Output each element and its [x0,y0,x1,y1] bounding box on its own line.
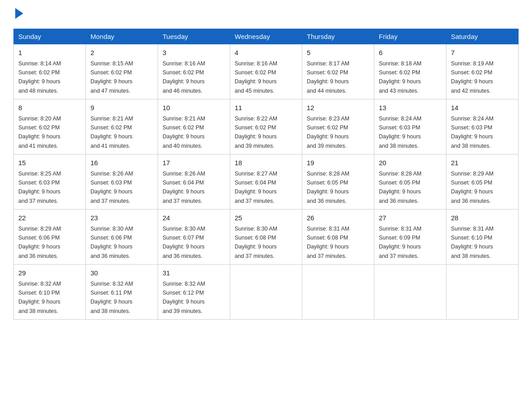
day-info: Sunrise: 8:28 AMSunset: 6:05 PMDaylight:… [379,171,421,204]
calendar-cell: 6 Sunrise: 8:18 AMSunset: 6:02 PMDayligh… [374,44,446,99]
day-number: 7 [451,48,514,58]
calendar-cell: 9 Sunrise: 8:21 AMSunset: 6:02 PMDayligh… [86,99,158,154]
calendar-cell: 31 Sunrise: 8:32 AMSunset: 6:12 PMDaylig… [158,265,230,320]
day-info: Sunrise: 8:14 AMSunset: 6:02 PMDaylight:… [18,60,61,94]
day-number: 15 [18,158,81,168]
calendar-cell: 25 Sunrise: 8:30 AMSunset: 6:08 PMDaylig… [230,210,302,265]
weekday-header-thursday: Thursday [302,29,374,44]
day-info: Sunrise: 8:25 AMSunset: 6:03 PMDaylight:… [18,171,61,204]
day-number: 14 [451,103,514,113]
logo [13,9,23,20]
day-number: 28 [451,213,514,223]
day-number: 22 [18,213,81,223]
calendar-table: SundayMondayTuesdayWednesdayThursdayFrid… [13,29,519,320]
day-number: 30 [90,268,153,278]
weekday-header-tuesday: Tuesday [158,29,230,44]
day-info: Sunrise: 8:21 AMSunset: 6:02 PMDaylight:… [90,116,133,149]
day-info: Sunrise: 8:32 AMSunset: 6:12 PMDaylight:… [163,281,205,314]
day-number: 6 [379,48,442,58]
weekday-header-friday: Friday [374,29,446,44]
day-number: 17 [163,158,225,168]
calendar-cell: 8 Sunrise: 8:20 AMSunset: 6:02 PMDayligh… [14,99,86,154]
day-info: Sunrise: 8:22 AMSunset: 6:02 PMDaylight:… [235,116,277,149]
page-header [13,9,519,20]
calendar-cell: 15 Sunrise: 8:25 AMSunset: 6:03 PMDaylig… [14,154,86,210]
weekday-header-wednesday: Wednesday [230,29,302,44]
calendar-cell [446,265,519,320]
calendar-cell: 27 Sunrise: 8:31 AMSunset: 6:09 PMDaylig… [374,210,446,265]
day-info: Sunrise: 8:26 AMSunset: 6:04 PMDaylight:… [163,171,205,204]
logo-arrow-icon [15,8,23,19]
day-number: 13 [379,103,442,113]
calendar-week-row: 8 Sunrise: 8:20 AMSunset: 6:02 PMDayligh… [14,99,519,154]
calendar-cell: 22 Sunrise: 8:29 AMSunset: 6:06 PMDaylig… [14,210,86,265]
day-number: 9 [90,103,153,113]
day-number: 27 [379,213,442,223]
calendar-cell: 24 Sunrise: 8:30 AMSunset: 6:07 PMDaylig… [158,210,230,265]
day-number: 11 [235,103,297,113]
day-info: Sunrise: 8:26 AMSunset: 6:03 PMDaylight:… [90,171,133,204]
day-number: 26 [307,213,369,223]
day-info: Sunrise: 8:31 AMSunset: 6:09 PMDaylight:… [379,226,421,259]
day-info: Sunrise: 8:21 AMSunset: 6:02 PMDaylight:… [163,116,205,149]
calendar-cell: 7 Sunrise: 8:19 AMSunset: 6:02 PMDayligh… [446,44,519,99]
day-info: Sunrise: 8:20 AMSunset: 6:02 PMDaylight:… [18,116,61,149]
calendar-week-row: 29 Sunrise: 8:32 AMSunset: 6:10 PMDaylig… [14,265,519,320]
day-info: Sunrise: 8:17 AMSunset: 6:02 PMDaylight:… [307,60,349,94]
day-number: 23 [90,213,153,223]
day-number: 1 [18,48,81,58]
day-number: 5 [307,48,369,58]
day-number: 2 [90,48,153,58]
day-number: 8 [18,103,81,113]
day-info: Sunrise: 8:31 AMSunset: 6:10 PMDaylight:… [451,226,493,259]
day-info: Sunrise: 8:32 AMSunset: 6:11 PMDaylight:… [90,281,133,314]
calendar-cell: 30 Sunrise: 8:32 AMSunset: 6:11 PMDaylig… [86,265,158,320]
calendar-cell: 12 Sunrise: 8:23 AMSunset: 6:02 PMDaylig… [302,99,374,154]
calendar-cell: 28 Sunrise: 8:31 AMSunset: 6:10 PMDaylig… [446,210,519,265]
day-info: Sunrise: 8:23 AMSunset: 6:02 PMDaylight:… [307,116,349,149]
calendar-cell [230,265,302,320]
day-number: 29 [18,268,81,278]
day-info: Sunrise: 8:30 AMSunset: 6:06 PMDaylight:… [90,226,133,259]
day-info: Sunrise: 8:24 AMSunset: 6:03 PMDaylight:… [379,116,421,149]
day-number: 19 [307,158,369,168]
day-info: Sunrise: 8:15 AMSunset: 6:02 PMDaylight:… [90,60,133,94]
calendar-cell: 10 Sunrise: 8:21 AMSunset: 6:02 PMDaylig… [158,99,230,154]
calendar-cell: 21 Sunrise: 8:29 AMSunset: 6:05 PMDaylig… [446,154,519,210]
calendar-cell: 13 Sunrise: 8:24 AMSunset: 6:03 PMDaylig… [374,99,446,154]
weekday-header-row: SundayMondayTuesdayWednesdayThursdayFrid… [14,29,519,44]
calendar-cell: 17 Sunrise: 8:26 AMSunset: 6:04 PMDaylig… [158,154,230,210]
calendar-cell: 4 Sunrise: 8:16 AMSunset: 6:02 PMDayligh… [230,44,302,99]
day-number: 25 [235,213,297,223]
day-number: 16 [90,158,153,168]
calendar-cell: 2 Sunrise: 8:15 AMSunset: 6:02 PMDayligh… [86,44,158,99]
calendar-cell [302,265,374,320]
day-info: Sunrise: 8:29 AMSunset: 6:05 PMDaylight:… [451,171,493,204]
calendar-week-row: 15 Sunrise: 8:25 AMSunset: 6:03 PMDaylig… [14,154,519,210]
calendar-week-row: 22 Sunrise: 8:29 AMSunset: 6:06 PMDaylig… [14,210,519,265]
day-info: Sunrise: 8:28 AMSunset: 6:05 PMDaylight:… [307,171,349,204]
weekday-header-sunday: Sunday [14,29,86,44]
calendar-cell: 23 Sunrise: 8:30 AMSunset: 6:06 PMDaylig… [86,210,158,265]
day-info: Sunrise: 8:16 AMSunset: 6:02 PMDaylight:… [163,60,205,94]
day-info: Sunrise: 8:30 AMSunset: 6:07 PMDaylight:… [163,226,205,259]
day-info: Sunrise: 8:29 AMSunset: 6:06 PMDaylight:… [18,226,61,259]
calendar-cell: 14 Sunrise: 8:24 AMSunset: 6:03 PMDaylig… [446,99,519,154]
calendar-cell: 20 Sunrise: 8:28 AMSunset: 6:05 PMDaylig… [374,154,446,210]
calendar-cell: 16 Sunrise: 8:26 AMSunset: 6:03 PMDaylig… [86,154,158,210]
weekday-header-saturday: Saturday [446,29,519,44]
day-number: 3 [163,48,225,58]
calendar-cell: 18 Sunrise: 8:27 AMSunset: 6:04 PMDaylig… [230,154,302,210]
calendar-cell: 26 Sunrise: 8:31 AMSunset: 6:08 PMDaylig… [302,210,374,265]
calendar-cell: 29 Sunrise: 8:32 AMSunset: 6:10 PMDaylig… [14,265,86,320]
calendar-cell [374,265,446,320]
day-info: Sunrise: 8:16 AMSunset: 6:02 PMDaylight:… [235,60,277,94]
day-info: Sunrise: 8:30 AMSunset: 6:08 PMDaylight:… [235,226,277,259]
weekday-header-monday: Monday [86,29,158,44]
calendar-cell: 3 Sunrise: 8:16 AMSunset: 6:02 PMDayligh… [158,44,230,99]
day-number: 31 [163,268,225,278]
day-number: 21 [451,158,514,168]
day-number: 18 [235,158,297,168]
calendar-cell: 19 Sunrise: 8:28 AMSunset: 6:05 PMDaylig… [302,154,374,210]
calendar-cell: 1 Sunrise: 8:14 AMSunset: 6:02 PMDayligh… [14,44,86,99]
